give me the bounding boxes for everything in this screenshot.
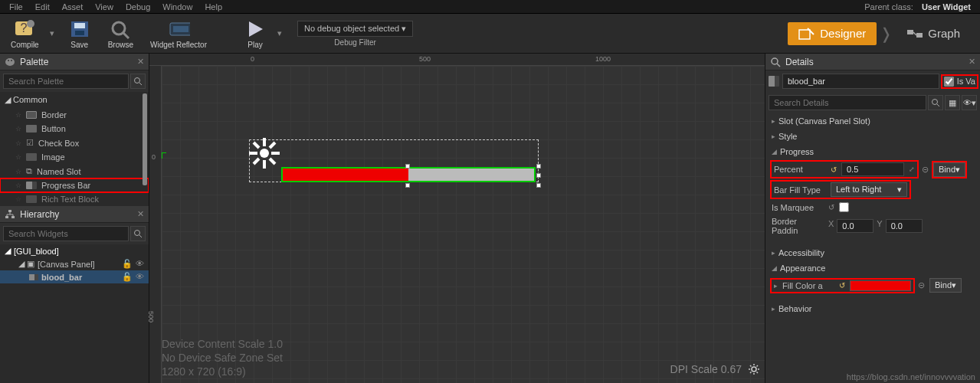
details-icon	[770, 57, 781, 67]
fill-color-bind-button[interactable]: Bind▾	[929, 278, 962, 293]
details-eye-button[interactable]: 👁▾	[962, 95, 977, 110]
guide-v	[162, 152, 162, 159]
palette-search-button[interactable]	[130, 74, 146, 89]
viewport-settings-button[interactable]	[748, 363, 760, 377]
handle-s[interactable]	[405, 183, 410, 188]
marquee-reset[interactable]: ↺	[828, 203, 834, 211]
category-accessibility[interactable]: Accessibility	[765, 245, 980, 260]
handle-se[interactable]	[536, 183, 541, 188]
eye-icon[interactable]: 👁	[136, 272, 144, 282]
category-appearance[interactable]: Appearance	[765, 260, 980, 276]
svg-line-7	[123, 33, 129, 38]
hierarchy-root[interactable]: ◢ [GUI_blood]	[0, 244, 149, 257]
reflector-icon	[167, 19, 190, 39]
handle-ne[interactable]	[536, 164, 541, 169]
is-variable-checkbox[interactable]: Is Va	[942, 76, 977, 87]
details-view-button[interactable]: ▦	[945, 95, 960, 110]
lock-icon[interactable]: 🔓	[122, 259, 133, 269]
debug-filter-label: Debug Filter	[334, 38, 375, 47]
category-slot[interactable]: Slot (Canvas Panel Slot)	[765, 113, 980, 129]
palette-item-image[interactable]: ☆Image	[0, 150, 149, 164]
debug-object-select[interactable]: No debug object selected ▾	[297, 21, 413, 37]
designer-tab[interactable]: Designer	[788, 22, 877, 45]
widget-reflector-button[interactable]: Widget Reflector	[144, 17, 213, 51]
details-search-input[interactable]	[769, 95, 926, 110]
palette-header: Palette ✕	[0, 54, 149, 70]
menu-window[interactable]: Window	[156, 2, 198, 11]
percent-bind-button[interactable]: Bind▾	[933, 162, 965, 177]
menu-edit[interactable]: Edit	[29, 2, 56, 11]
palette-group-common[interactable]: ◢ Common	[0, 92, 149, 108]
palette-item-checkbox[interactable]: ☆☑Check Box	[0, 136, 149, 150]
anchor-icon[interactable]	[247, 136, 281, 170]
palette-scrollbar[interactable]	[143, 93, 147, 185]
play-dropdown[interactable]: ▾	[277, 28, 285, 38]
ruler-horizontal: 0 500 1000	[149, 54, 765, 66]
palette-item-rich-text[interactable]: ☆Rich Text Block	[0, 192, 149, 206]
svg-line-49	[777, 64, 780, 67]
progress-bar-widget[interactable]	[281, 167, 536, 182]
palette-item-button[interactable]: ☆Button	[0, 122, 149, 136]
handle-e[interactable]	[536, 173, 541, 178]
widget-name-input[interactable]	[782, 74, 939, 89]
fill-color-reset[interactable]: ↺	[839, 281, 845, 290]
hierarchy-blood-bar[interactable]: blood_bar🔓👁	[0, 270, 149, 283]
category-progress[interactable]: Progress	[765, 144, 980, 159]
percent-reset[interactable]: ↺	[831, 165, 837, 174]
svg-rect-4	[74, 23, 85, 28]
play-button[interactable]: Play	[238, 17, 273, 51]
eye-icon[interactable]: 👁	[136, 259, 144, 269]
palette-icon	[5, 57, 15, 67]
svg-line-35	[254, 142, 259, 148]
percent-input[interactable]	[841, 162, 904, 176]
marquee-checkbox[interactable]	[839, 202, 849, 212]
svg-line-44	[750, 365, 752, 367]
palette-close[interactable]: ✕	[137, 57, 144, 67]
category-behavior[interactable]: Behavior	[765, 301, 980, 316]
svg-line-38	[270, 159, 275, 164]
svg-point-28	[135, 231, 140, 236]
play-icon	[244, 19, 266, 39]
save-button[interactable]: Save	[62, 17, 97, 51]
border-pad-x[interactable]	[837, 219, 873, 233]
hierarchy-search-input[interactable]	[3, 226, 129, 241]
graph-tab[interactable]: Graph	[896, 22, 971, 45]
menu-file[interactable]: File	[3, 2, 29, 11]
hierarchy-search-button[interactable]	[130, 226, 146, 241]
category-style[interactable]: Style	[765, 129, 980, 144]
lock-icon[interactable]: 🔓	[122, 272, 133, 282]
border-pad-y[interactable]	[886, 219, 923, 233]
details-search-button[interactable]	[928, 95, 943, 110]
svg-line-51	[937, 104, 939, 106]
menu-bar: File Edit Asset View Debug Window Help P…	[0, 0, 980, 14]
palette-item-named-slot[interactable]: ☆⧉Named Slot	[0, 164, 149, 178]
details-close[interactable]: ✕	[969, 57, 975, 67]
palette-item-progress-bar[interactable]: ☆Progress Bar	[0, 178, 149, 192]
menu-asset[interactable]: Asset	[56, 2, 90, 11]
menu-debug[interactable]: Debug	[120, 2, 156, 11]
svg-point-48	[772, 58, 778, 64]
svg-point-39	[752, 367, 756, 372]
palette-search-input[interactable]	[3, 74, 129, 89]
parent-class-link[interactable]: User Widget	[922, 2, 971, 11]
menu-view[interactable]: View	[89, 2, 120, 11]
compile-button[interactable]: ? Compile	[5, 17, 45, 51]
browse-button[interactable]: Browse	[102, 17, 139, 51]
designer-viewport[interactable]: 0 500 1000 0 500 Zoom -3 -293 x -114 🌐 N…	[149, 54, 765, 383]
svg-line-36	[270, 142, 275, 148]
hierarchy-canvas-panel[interactable]: ◢ ▣ [Canvas Panel]🔓👁	[0, 257, 149, 270]
hierarchy-close[interactable]: ✕	[137, 209, 144, 219]
palette-item-border[interactable]: ☆Border	[0, 108, 149, 122]
svg-rect-13	[907, 30, 913, 34]
compile-dropdown[interactable]: ▾	[50, 28, 57, 38]
svg-line-20	[139, 83, 142, 85]
fill-type-select[interactable]: Left to Right▾	[831, 182, 907, 197]
mode-separator: ❭	[880, 25, 893, 43]
svg-point-17	[8, 60, 9, 61]
handle-n[interactable]	[405, 164, 410, 169]
menu-help[interactable]: Help	[198, 2, 228, 11]
graph-icon	[906, 27, 923, 41]
fill-color-swatch[interactable]	[850, 280, 911, 291]
ruler-vertical: 0 500	[149, 66, 162, 383]
svg-line-12	[808, 28, 814, 34]
